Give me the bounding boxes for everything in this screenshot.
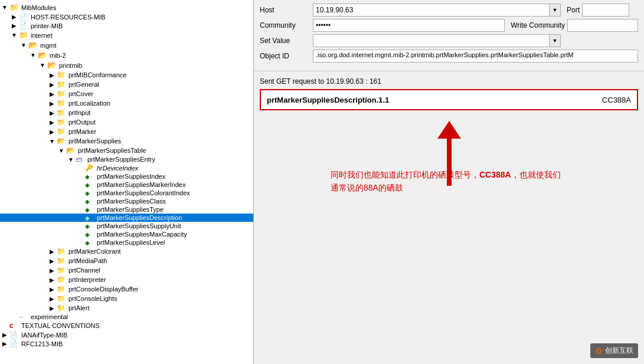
leaf-icon: ◆ [85,190,96,196]
port-input[interactable] [582,4,629,17]
tree-label: prtMarkerSuppliesSupplyUnit [97,222,181,229]
expander[interactable]: ▶ [9,14,19,20]
tree-item-prtconsoledisplaybuffer[interactable]: ▶ 📁 prtConsoleDisplayBuffer [0,284,253,294]
expander[interactable]: ▼ [19,42,28,48]
tree-item-prtmarkersuppliesdescription[interactable]: ▶ ◆ prtMarkerSuppliesDescription [0,214,253,222]
expander[interactable]: ▼ [66,156,76,163]
result-key: prtMarkerSuppliesDescription.1.1 [267,96,389,104]
tree-item-prtmarkersuppliessupplyunit[interactable]: ▶ ◆ prtMarkerSuppliesSupplyUnit [0,222,253,230]
tree-item-prtalert[interactable]: ▶ 📁 prtAlert [0,303,253,313]
tree-item-prtcover[interactable]: ▶ 📁 prtCover [0,89,253,99]
tree-item-prtchannel[interactable]: ▶ 📁 prtChannel [0,265,253,275]
tree-item-prtmediapath[interactable]: ▶ 📁 prtMediaPath [0,256,253,265]
community-row: Community Write Community [260,19,638,32]
expander[interactable]: ▶ [47,248,57,255]
tree-item-mib-modules[interactable]: ▼ 📁 MibModules [0,2,253,12]
expander[interactable]: ▶ [47,100,57,107]
tree-item-experimental[interactable]: ▶ ─ experimental [0,313,253,321]
expander[interactable]: ▼ [9,32,19,38]
expander[interactable]: ▶ [0,332,9,338]
folder-open-icon: 📂 [47,61,58,70]
tree-label: printmib [59,62,82,69]
host-dropdown-btn[interactable]: ▼ [549,4,561,17]
tree-panel[interactable]: ▼ 📁 MibModules ▶ 📄 HOST-RESOURCES-MIB ▶ … [0,0,254,364]
tree-item-prtmibconformance[interactable]: ▶ 📁 prtMIBConformance [0,70,253,80]
tree-item-prtinterpreter[interactable]: ▶ 📁 prtInterpreter [0,275,253,284]
tree-item-internet[interactable]: ▼ 📁 internet [0,30,253,40]
expander[interactable]: ▼ [47,138,57,145]
tree-item-host-resources[interactable]: ▶ 📄 HOST-RESOURCES-MIB [0,12,253,21]
tree-label: HOST-RESOURCES-MIB [31,14,106,21]
setvalue-dropdown-btn[interactable]: ▼ [549,34,561,47]
expander[interactable]: ▶ [47,91,57,97]
tree-item-textual-conventions[interactable]: ▶ c TEXTUAL CONVENTIONS [0,321,253,330]
tree-item-prtmarkersuppliescolorantindex[interactable]: ▶ ◆ prtMarkerSuppliesColorantIndex [0,189,253,197]
tree-label: prtMarkerSuppliesDescription [97,214,182,221]
tree-label: prtMarkerColorant [68,248,121,255]
expander[interactable]: ▶ [47,81,57,88]
folder-icon: 📁 [57,266,67,274]
tree-item-prtmarkersuppliesentry[interactable]: ▼ 🗃 prtMarkerSuppliesEntry [0,155,253,163]
expander[interactable]: ▶ [47,296,57,302]
tree-item-rfc1213[interactable]: ▶ 📄 RFC1213-MIB [0,339,253,348]
expander[interactable]: ▼ [38,62,47,68]
tree-item-prtmarkersuppliesmaxcapacity[interactable]: ▶ ◆ prtMarkerSuppliesMaxCapacity [0,230,253,238]
mib-icon: 📄 [19,13,30,21]
mib-icon: 📄 [9,331,20,339]
tree-item-prtlocalization[interactable]: ▶ 📁 prtLocalization [0,99,253,108]
folder-icon: 📁 [57,90,67,98]
tree-item-prtmarker[interactable]: ▶ 📁 prtMarker [0,127,253,136]
expander[interactable]: ▶ [47,72,57,78]
tree-item-prtmarkersuppliesindex[interactable]: ▶ ◆ prtMarkerSuppliesIndex [0,172,253,181]
expander[interactable]: ▶ [47,129,57,135]
tree-item-prtmarkersuppliesclass[interactable]: ▶ ◆ prtMarkerSuppliesClass [0,197,253,205]
tree-label: prtMarkerSuppliesIndex [97,173,165,180]
tree-item-prtinput[interactable]: ▶ 📁 prtInput [0,108,253,117]
tree-label: prtLocalization [68,100,110,107]
leaf-icon: ◆ [85,182,96,188]
write-community-input[interactable] [567,19,638,32]
tree-item-mgmt[interactable]: ▼ 📂 mgmt [0,40,253,50]
setvalue-input[interactable] [313,34,549,47]
expander[interactable]: ▶ [47,258,57,264]
tree-item-hrdeviceindex[interactable]: ▶ 🔑 hrDeviceIndex [0,163,253,172]
tree-item-printmib[interactable]: ▼ 📂 printmib [0,60,253,70]
form-section: Host ▼ Port Community Write Community Se… [254,0,644,68]
tree-item-prtmarkercolorant[interactable]: ▶ 📁 prtMarkerColorant [0,247,253,256]
annotation-line1: 同时我们也能知道此打印机的硒鼓型号，CC388A，也就使我们 [331,170,561,179]
tree-item-ianaiftype[interactable]: ▶ 📄 IANAifType-MIB [0,330,253,339]
tree-item-prtmarkersuppliesmarkerindex[interactable]: ▶ ◆ prtMarkerSuppliesMarkerIndex [0,181,253,189]
expander[interactable]: ▶ [47,119,57,126]
expander[interactable]: ▶ [47,286,57,293]
tree-label: prtMarker [68,128,96,135]
expander-mib-modules[interactable]: ▼ [0,4,9,11]
expander[interactable]: ▶ [47,305,57,311]
tree-item-prtoutput[interactable]: ▶ 📁 prtOutput [0,117,253,127]
tree-item-mib2[interactable]: ▼ 📂 mib-2 [0,50,253,60]
expander[interactable]: ▶ [47,277,57,283]
tree-item-prtmarkersupplieslevel[interactable]: ▶ ◆ prtMarkerSuppliesLevel [0,238,253,247]
arrow-up-icon [437,121,461,139]
tree-item-prtgeneral[interactable]: ▶ 📁 prtGeneral [0,80,253,89]
tree-item-prtconsolelights[interactable]: ▶ 📁 prtConsoleLights [0,294,253,303]
expander[interactable]: ▶ [0,340,9,347]
tree-item-printer-mib[interactable]: ▶ 📄 printer-MIB [0,21,253,30]
tree-label: prtGeneral [68,81,99,88]
folder-icon: 📁 [57,304,67,312]
tree-item-prtmarkersuppliestable[interactable]: ▼ 📂 prtMarkerSuppliesTable [0,146,253,155]
host-input[interactable] [313,4,549,17]
expander[interactable]: ▼ [28,52,38,58]
tree-label: internet [31,32,53,39]
expander[interactable]: ▶ [47,110,57,116]
tree-label: prtMarkerSuppliesClass [97,198,166,205]
tree-label: prtMarkerSuppliesMarkerIndex [97,181,185,188]
folder-icon: 📁 [57,127,67,136]
tree-item-prtmarkersuppliestype[interactable]: ▶ ◆ prtMarkerSuppliesType [0,205,253,214]
expander[interactable]: ▶ [9,22,19,29]
community-input[interactable] [313,19,505,32]
folder-icon: 📁 [57,285,67,293]
folder-icon: 📁 [57,294,67,303]
tree-item-prtmarkersupplies[interactable]: ▼ 📂 prtMarkerSupplies [0,136,253,146]
expander[interactable]: ▶ [47,267,57,274]
expander[interactable]: ▼ [57,147,66,154]
